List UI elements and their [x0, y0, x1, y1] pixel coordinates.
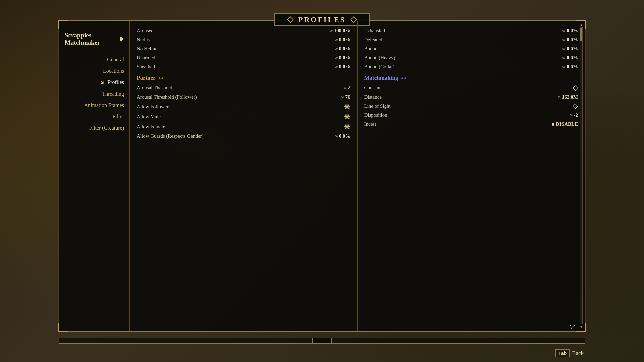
- infinity-icon-no-helmet: ∞: [335, 46, 338, 51]
- sidebar-item-threading[interactable]: Threading: [59, 88, 129, 100]
- scrollbar-up-arrow[interactable]: ▲: [580, 23, 583, 27]
- sidebar-item-label-filter: Filter: [112, 114, 124, 120]
- setting-row-sheathed: Sheathed ∞ 0.0%: [137, 62, 351, 71]
- svg-marker-12: [573, 86, 578, 90]
- setting-label-unarmed: Unarmed: [137, 55, 155, 61]
- cross-asterisk-icon-female: [344, 123, 351, 130]
- matchmaking-label: Matchmaking: [364, 75, 398, 81]
- setting-label-allow-followers: Allow Followers: [137, 104, 170, 110]
- setting-value-nudity[interactable]: ∞ 0.0%: [335, 37, 350, 43]
- setting-label-bound-heavy: Bound (Heavy): [364, 55, 395, 61]
- setting-value-incest[interactable]: DISABLE: [552, 121, 578, 127]
- setting-label-exhausted: Exhausted: [364, 28, 385, 34]
- sidebar-item-label-animation-frames: Animation Frames: [84, 102, 124, 108]
- infinity-icon-distance: ∞: [558, 95, 561, 100]
- setting-label-sheathed: Sheathed: [137, 64, 155, 70]
- infinity-icon-unarmed: ∞: [335, 55, 338, 60]
- setting-row-nudity: Nudity ∞ 0.0%: [137, 35, 351, 44]
- setting-row-no-helmet: No Helmet ∞ 0.0%: [137, 44, 351, 53]
- setting-value-allow-guards[interactable]: ∞ 0.0%: [335, 133, 350, 139]
- setting-value-disposition[interactable]: ∞ -2: [570, 112, 578, 118]
- sidebar-item-filter-creature[interactable]: Filter (Creature): [59, 122, 129, 134]
- setting-row-incest: Incest DISABLE: [364, 120, 578, 129]
- setting-row-allow-female: Allow Female: [137, 122, 351, 132]
- setting-value-arousal-threshold[interactable]: ∞ 2: [343, 85, 350, 91]
- infinity-icon-atf: ∞: [341, 95, 344, 100]
- bottom-bar-center: [312, 338, 332, 343]
- sidebar-item-locations[interactable]: Locations: [59, 65, 129, 77]
- setting-row-exhausted: Exhausted ∞ 0.0%: [364, 26, 578, 35]
- setting-row-allow-followers: Allow Followers: [137, 102, 351, 112]
- left-column: Aroused ∞ 100.0% Nudity ∞ 0.0% No Helmet…: [130, 21, 358, 331]
- setting-label-atf: Arousal Threshold (Follower): [137, 94, 197, 100]
- sidebar-item-animation-frames[interactable]: Animation Frames: [59, 100, 129, 111]
- sidebar-item-profiles[interactable]: ⚙ Profiles: [59, 77, 129, 88]
- bottom-bar: [59, 338, 585, 344]
- sidebar-app-name: Scrappies Matchmaker: [65, 32, 116, 46]
- setting-value-consent[interactable]: [573, 85, 578, 91]
- sidebar-item-label-profiles: Profiles: [107, 79, 124, 85]
- setting-label-allow-guards: Allow Guards (Respects Gender): [137, 133, 204, 139]
- setting-label-disposition: Disposition: [364, 112, 387, 118]
- setting-label-no-helmet: No Helmet: [137, 46, 159, 52]
- partner-section-header: Partner ⊷: [137, 75, 351, 81]
- back-label: Back: [572, 350, 584, 357]
- setting-value-distance[interactable]: ∞ 162.0M: [558, 94, 578, 100]
- setting-value-unarmed[interactable]: ∞ 0.0%: [335, 55, 350, 61]
- setting-label-bound: Bound: [364, 46, 378, 52]
- setting-label-arousal-threshold: Arousal Theshold: [137, 85, 172, 91]
- setting-label-incest: Incest: [364, 121, 376, 127]
- setting-row-arousal-threshold-follower: Arousal Threshold (Follower) ∞ 70: [137, 93, 351, 102]
- infinity-icon-nudity: ∞: [335, 37, 338, 42]
- infinity-icon-defeated: ∞: [562, 37, 566, 42]
- setting-row-disposition: Disposition ∞ -2: [364, 111, 578, 120]
- back-button-area: Tab Back: [555, 349, 584, 357]
- setting-value-bound-heavy[interactable]: ∞ 0.0%: [562, 55, 578, 61]
- setting-value-atf[interactable]: ∞ 70: [341, 94, 351, 100]
- setting-value-allow-female[interactable]: [344, 123, 351, 130]
- sidebar-item-label-threading: Threading: [102, 91, 124, 97]
- setting-row-allow-male: Allow Male: [137, 112, 351, 122]
- back-key-badge[interactable]: Tab: [555, 349, 570, 357]
- setting-value-allow-male[interactable]: [344, 113, 351, 120]
- scrollbar-down-arrow[interactable]: ▼: [580, 325, 583, 329]
- cross-asterisk-icon-followers: [344, 103, 351, 110]
- main-panel: PROFILES Scrappies Matchmaker General Lo…: [59, 20, 585, 332]
- sidebar-item-filter[interactable]: Filter: [59, 111, 129, 122]
- setting-row-bound-collar: Bound (Collar) ∞ 0.0%: [364, 62, 578, 71]
- scrollbar[interactable]: ▲ ▼: [580, 27, 583, 324]
- setting-label-line-of-sight: Line of Sight: [364, 103, 391, 109]
- scrollbar-thumb[interactable]: [580, 28, 582, 41]
- setting-value-bound-collar[interactable]: ∞ 0.0%: [562, 64, 578, 70]
- setting-value-aroused[interactable]: ∞ 100.0%: [330, 28, 350, 34]
- setting-value-bound[interactable]: ∞ 0.0%: [562, 46, 578, 52]
- setting-value-defeated[interactable]: ∞ 0.0%: [562, 37, 578, 43]
- right-column: Exhausted ∞ 0.0% Defeated ∞ 0.0% Bound ∞…: [358, 21, 585, 331]
- setting-value-exhausted[interactable]: ∞ 0.0%: [562, 28, 578, 34]
- setting-row-bound: Bound ∞ 0.0%: [364, 44, 578, 53]
- sidebar-item-label-locations: Locations: [103, 68, 124, 74]
- sidebar-arrow-icon: [120, 36, 124, 42]
- setting-value-no-helmet[interactable]: ∞ 0.0%: [335, 46, 350, 52]
- partner-section-line: [166, 78, 351, 78]
- setting-value-line-of-sight[interactable]: [573, 104, 578, 109]
- sidebar-item-label-filter-creature: Filter (Creature): [89, 125, 124, 131]
- setting-label-allow-female: Allow Female: [137, 124, 165, 130]
- sidebar-title: Scrappies Matchmaker: [59, 27, 129, 51]
- matchmaking-section-header: Matchmaking ⊷: [364, 75, 578, 81]
- setting-label-allow-male: Allow Male: [137, 114, 161, 120]
- setting-row-line-of-sight: Line of Sight: [364, 102, 578, 111]
- content-area: Aroused ∞ 100.0% Nudity ∞ 0.0% No Helmet…: [130, 21, 585, 331]
- setting-label-consent: Consent: [364, 85, 381, 91]
- sidebar-item-general[interactable]: General: [59, 54, 129, 65]
- diamond-icon-los: [573, 104, 578, 109]
- setting-row-allow-guards: Allow Guards (Respects Gender) ∞ 0.0%: [137, 132, 351, 141]
- setting-value-sheathed[interactable]: ∞ 0.0%: [335, 64, 350, 70]
- setting-row-aroused: Aroused ∞ 100.0%: [137, 26, 351, 35]
- setting-value-allow-followers[interactable]: [344, 103, 351, 110]
- sidebar-nav: General Locations ⚙ Profiles Threading A…: [59, 51, 129, 134]
- infinity-icon-bound: ∞: [562, 46, 566, 51]
- partner-label: Partner: [137, 75, 156, 81]
- setting-label-aroused: Aroused: [137, 28, 154, 34]
- setting-row-consent: Consent: [364, 83, 578, 93]
